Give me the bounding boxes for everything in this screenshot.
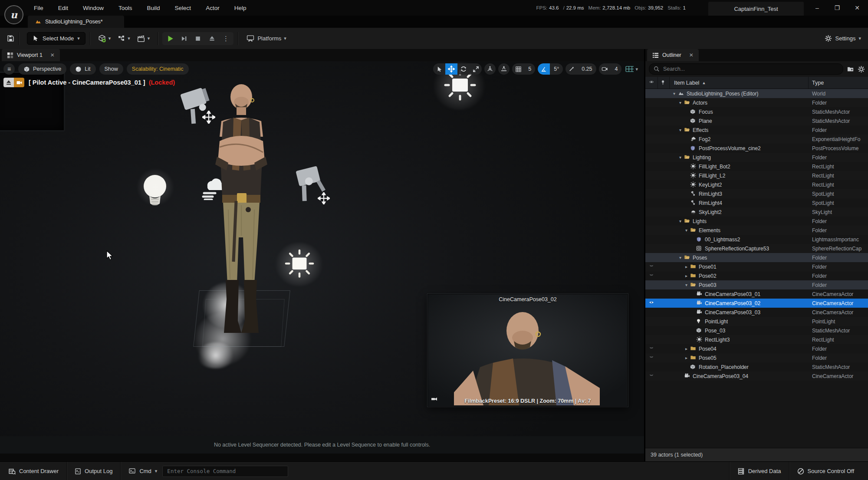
outliner-row[interactable]: CineCameraPose03_02CineCameraActor bbox=[645, 299, 868, 308]
caret-expanded-icon[interactable]: ▾ bbox=[677, 128, 683, 132]
outliner-row[interactable]: PlaneStaticMeshActor bbox=[645, 116, 868, 125]
console-command-input[interactable]: Enter Console Command bbox=[162, 466, 288, 477]
menu-file[interactable]: File bbox=[28, 3, 49, 13]
menu-tools[interactable]: Tools bbox=[112, 3, 138, 13]
menu-edit[interactable]: Edit bbox=[52, 3, 74, 13]
eye-closed-icon[interactable] bbox=[645, 374, 658, 378]
show-dropdown[interactable]: Show bbox=[99, 63, 123, 75]
camera-speed-control[interactable]: 4 bbox=[599, 63, 622, 75]
close-icon[interactable]: ✕ bbox=[50, 52, 55, 58]
outliner-row[interactable]: RimLight4SpotLight bbox=[645, 198, 868, 207]
outliner-row[interactable]: ▸Pose05Folder bbox=[645, 353, 868, 362]
outliner-row[interactable]: SphereReflectionCapture53SphereReflectio… bbox=[645, 244, 868, 253]
outliner-row[interactable]: Pose_03StaticMeshActor bbox=[645, 326, 868, 335]
caret-collapsed-icon[interactable]: ▸ bbox=[684, 264, 689, 269]
unreal-logo-icon[interactable]: u bbox=[4, 5, 23, 24]
outliner-row[interactable]: ▾StudioLightning_Poses (Editor)World bbox=[645, 89, 868, 98]
close-button[interactable]: ✕ bbox=[849, 2, 865, 14]
blueprints-button[interactable]: ▾ bbox=[114, 32, 134, 45]
caret-expanded-icon[interactable]: ▾ bbox=[677, 219, 683, 224]
outliner-row[interactable]: ▾ActorsFolder bbox=[645, 98, 868, 107]
surface-snap-button[interactable] bbox=[498, 63, 510, 75]
viewport-tab[interactable]: Viewport 1 ✕ bbox=[2, 49, 60, 61]
outliner-row[interactable]: FocusStaticMeshActor bbox=[645, 107, 868, 116]
outliner-row[interactable]: ▾ElementsFolder bbox=[645, 226, 868, 235]
outliner-row[interactable]: CineCameraPose03_03CineCameraActor bbox=[645, 308, 868, 317]
caret-collapsed-icon[interactable]: ▸ bbox=[684, 273, 689, 278]
menu-actor[interactable]: Actor bbox=[200, 3, 226, 13]
menu-build[interactable]: Build bbox=[141, 3, 166, 13]
play-options-kebab-icon[interactable]: ⋮ bbox=[220, 33, 232, 44]
outliner-row[interactable]: FillLight_Bot2RectLight bbox=[645, 162, 868, 171]
item-label-column-header[interactable]: Item Label ▲ bbox=[670, 80, 808, 86]
perspective-dropdown[interactable]: Perspective bbox=[18, 63, 66, 75]
outliner-row[interactable]: PointLightPointLight bbox=[645, 317, 868, 326]
outliner-row[interactable]: SkyLight2SkyLight bbox=[645, 207, 868, 217]
eye-open-icon[interactable] bbox=[645, 301, 658, 306]
outliner-tab[interactable]: Outliner ✕ bbox=[647, 49, 699, 61]
asset-tab[interactable]: StudioLightning_Poses* bbox=[28, 16, 124, 28]
menu-help[interactable]: Help bbox=[228, 3, 253, 13]
viewport-options-button[interactable]: ≡ bbox=[3, 63, 15, 75]
outliner-row[interactable]: FillLight_L2RectLight bbox=[645, 171, 868, 180]
eye-closed-icon[interactable] bbox=[645, 265, 658, 269]
select-mode-dropdown[interactable]: Select Mode ▾ bbox=[27, 32, 85, 45]
search-input[interactable]: Search... bbox=[649, 63, 843, 75]
cmd-dropdown[interactable]: Cmd ▾ bbox=[121, 462, 161, 480]
stop-icon[interactable] bbox=[192, 33, 204, 44]
caret-expanded-icon[interactable]: ▾ bbox=[677, 100, 683, 105]
outliner-row[interactable]: CineCameraPose03_04CineCameraActor bbox=[645, 372, 868, 381]
outliner-row[interactable]: ▸Pose01Folder bbox=[645, 262, 868, 271]
grid-snap-control[interactable]: 5 bbox=[512, 63, 535, 75]
eye-column-icon[interactable] bbox=[648, 80, 655, 85]
scale-tool-button[interactable] bbox=[470, 63, 482, 75]
outliner-row[interactable]: KeyLight2RectLight bbox=[645, 180, 868, 189]
outliner-settings-gear-icon[interactable] bbox=[858, 66, 865, 73]
world-local-gizmo-button[interactable] bbox=[484, 63, 496, 75]
rotate-tool-button[interactable] bbox=[457, 63, 470, 75]
add-actor-button[interactable]: ▾ bbox=[95, 32, 115, 45]
scale-snap-control[interactable]: 0.25 bbox=[566, 63, 596, 75]
camera-preview-overlay[interactable]: CineCameraPose03_02 bbox=[427, 294, 628, 407]
outliner-row[interactable]: CineCameraPose03_01CineCameraActor bbox=[645, 289, 868, 299]
menu-window[interactable]: Window bbox=[77, 3, 110, 13]
caret-collapsed-icon[interactable]: ▸ bbox=[684, 346, 689, 351]
pilot-camera-icon[interactable] bbox=[14, 78, 24, 87]
type-column-header[interactable]: Type bbox=[808, 77, 868, 89]
play-icon[interactable] bbox=[164, 33, 176, 44]
caret-expanded-icon[interactable]: ▾ bbox=[671, 91, 677, 96]
caret-expanded-icon[interactable]: ▾ bbox=[677, 155, 683, 160]
cinematics-button[interactable]: ▾ bbox=[134, 32, 154, 45]
settings-dropdown[interactable]: Settings ▾ bbox=[825, 35, 861, 42]
derived-data-button[interactable]: Derived Data bbox=[730, 462, 789, 480]
angle-snap-control[interactable]: 5° bbox=[538, 63, 563, 75]
character-model[interactable] bbox=[196, 79, 288, 352]
scalability-warning-button[interactable]: Scalability: Cinematic bbox=[127, 63, 189, 75]
pointlight-bulb-sprite[interactable] bbox=[140, 172, 170, 217]
select-tool-button[interactable] bbox=[433, 63, 445, 75]
caret-collapsed-icon[interactable]: ▸ bbox=[684, 355, 689, 360]
viewport-layout-button[interactable]: ▾ bbox=[624, 66, 638, 72]
outliner-row[interactable]: ▸Pose02Folder bbox=[645, 271, 868, 280]
minimize-button[interactable]: – bbox=[809, 2, 825, 14]
viewport-3d[interactable]: ≡ Perspective Lit Show Scalability: Cine… bbox=[0, 61, 644, 461]
menu-select[interactable]: Select bbox=[169, 3, 197, 13]
platforms-dropdown[interactable]: Platforms ▾ bbox=[243, 32, 289, 45]
outliner-row[interactable]: Rotation_PlaceholderStaticMeshActor bbox=[645, 362, 868, 372]
outliner-row[interactable]: RimLight3SpotLight bbox=[645, 189, 868, 198]
outliner-row[interactable]: 00_Lightmass2LightmassImportanc bbox=[645, 235, 868, 244]
caret-expanded-icon[interactable]: ▾ bbox=[684, 283, 689, 287]
content-drawer-button[interactable]: Content Drawer bbox=[0, 462, 66, 480]
outliner-row[interactable]: PostProcessVolume_cine2PostProcessVolume bbox=[645, 144, 868, 153]
pin-column-icon[interactable] bbox=[661, 79, 666, 86]
outliner-row[interactable]: RectLight3RectLight bbox=[645, 335, 868, 344]
outliner-row[interactable]: ▾EffectsFolder bbox=[645, 125, 868, 135]
outliner-row[interactable]: ▸Pose04Folder bbox=[645, 344, 868, 353]
softbox-light-sprite[interactable] bbox=[292, 160, 333, 204]
outliner-row[interactable]: Fog2ExponentialHeightFo bbox=[645, 135, 868, 144]
caret-expanded-icon[interactable]: ▾ bbox=[684, 228, 689, 233]
eye-closed-icon[interactable] bbox=[645, 347, 658, 351]
save-icon[interactable] bbox=[7, 35, 14, 42]
skip-frame-icon[interactable] bbox=[178, 33, 190, 44]
eject-icon[interactable] bbox=[206, 33, 218, 44]
